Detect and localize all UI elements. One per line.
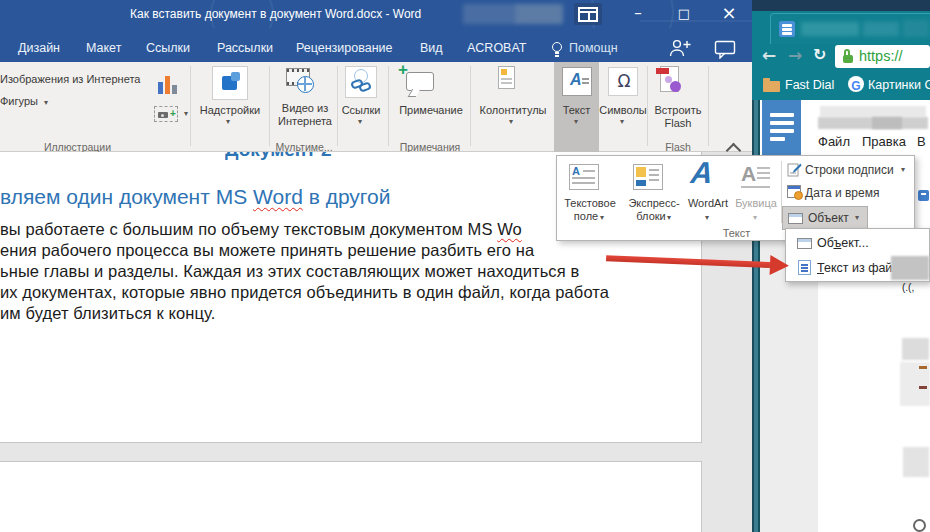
symbols-button[interactable]: Символы xyxy=(596,104,650,116)
ribbon-display-options-button[interactable] xyxy=(574,3,602,25)
images-from-web-button[interactable]: Изображения из Интернета xyxy=(0,73,140,85)
tab-favicon-icon xyxy=(779,21,795,37)
quick-parts-button[interactable]: Экспресс- xyxy=(621,197,687,209)
tab-view[interactable]: Вид xyxy=(420,41,443,55)
submenu-redacted xyxy=(891,256,929,280)
embed-flash-button-line2: Flash xyxy=(650,117,706,129)
text-box-button-line2: поле xyxy=(557,210,615,222)
page-fragment-box xyxy=(902,338,929,360)
forward-icon[interactable]: → xyxy=(788,45,802,65)
object-window-icon xyxy=(797,238,812,249)
page-fragment-circle xyxy=(913,519,926,532)
tab-title-redacted xyxy=(863,22,899,36)
tab-mailings[interactable]: Рассылки xyxy=(217,41,273,55)
online-video-icon[interactable] xyxy=(284,66,318,100)
tab-review[interactable]: Рецензирование xyxy=(296,41,393,55)
chevron-down-icon: ▾ xyxy=(855,214,859,222)
shapes-button[interactable]: Фигуры xyxy=(0,95,38,107)
chevron-down-icon: ▾ xyxy=(901,166,905,174)
padlock-icon xyxy=(843,49,853,64)
embed-flash-button[interactable]: Встроить xyxy=(650,104,706,116)
tab-acrobat[interactable]: ACROBAT xyxy=(467,41,527,55)
body-line-2: ения рабочего процесса вы можете принять… xyxy=(0,241,534,260)
body-line-1: вы работаете с большим по объему текстов… xyxy=(0,220,522,239)
browser-tab[interactable] xyxy=(770,13,930,44)
comment-button[interactable]: Примечание xyxy=(392,104,470,116)
chevron-down-icon: ▾ xyxy=(620,118,624,126)
addins-icon[interactable] xyxy=(212,66,248,100)
page-fragment-mark xyxy=(919,366,927,369)
date-time-icon xyxy=(787,185,801,198)
drop-cap-icon: A xyxy=(741,162,773,190)
misspelled-word: Wo xyxy=(497,220,522,238)
signature-pen-icon xyxy=(787,162,802,177)
date-time-item[interactable]: Дата и время xyxy=(783,182,913,204)
ribbon-display-options-icon xyxy=(578,7,598,22)
submenu-item-object[interactable]: Объект... xyxy=(786,232,930,255)
comment-icon[interactable]: + xyxy=(398,64,438,100)
share-person-icon[interactable] xyxy=(668,38,692,58)
chevron-down-icon: ▾ xyxy=(184,110,188,118)
text-box-icon: A xyxy=(569,164,599,190)
titlebar-redacted xyxy=(515,4,563,24)
embed-flash-icon[interactable] xyxy=(656,64,686,96)
text-box-button[interactable]: Текстовое xyxy=(557,197,623,209)
submenu-item-text-from-file[interactable]: Текст из файла... xyxy=(786,256,930,280)
signature-line-item[interactable]: Строки подписи ▾ xyxy=(783,159,913,181)
object-window-icon xyxy=(788,213,803,224)
quick-parts-icon xyxy=(633,164,663,190)
redacted-bar xyxy=(820,106,926,117)
chevron-down-icon: ▾ xyxy=(574,118,578,126)
online-video-button-line2: Интернета xyxy=(274,115,336,127)
bookmark-fast-dial[interactable]: Fast Dial xyxy=(785,78,834,92)
text-icon: A xyxy=(562,67,592,96)
tab-layout[interactable]: Макет xyxy=(86,41,121,55)
bookmark-kartinki[interactable]: Картинки G xyxy=(868,78,930,92)
text-file-icon xyxy=(798,260,811,275)
close-button[interactable]: × xyxy=(716,2,742,23)
header-footer-icon[interactable] xyxy=(498,66,518,92)
url-bar[interactable]: https:// xyxy=(835,45,930,68)
chevron-down-icon: ▾ xyxy=(358,118,362,126)
links-icon[interactable] xyxy=(345,66,377,98)
chart-icon[interactable] xyxy=(158,70,180,94)
maximize-button[interactable]: □ xyxy=(672,6,696,21)
minimize-button[interactable]: – xyxy=(626,4,650,22)
tab-title-redacted xyxy=(903,20,929,37)
browser-top-strip xyxy=(752,0,930,11)
chevron-down-icon: ▾ xyxy=(600,214,604,222)
header-footer-button[interactable]: Колонтитулы xyxy=(473,104,553,116)
back-icon[interactable]: ← xyxy=(762,45,776,65)
misspelled-word: Word xyxy=(253,185,303,208)
page-fragment-mark xyxy=(919,386,927,389)
tab-design[interactable]: Дизайн xyxy=(18,41,60,55)
text-button-selected[interactable]: A Текст ▾ xyxy=(554,62,599,152)
chevron-down-icon: ▾ xyxy=(667,214,671,222)
titlebar-redacted xyxy=(463,4,518,24)
lightbulb-icon xyxy=(551,42,563,58)
page-menu-file[interactable]: Файл xyxy=(818,134,850,149)
refresh-icon[interactable]: ↻ xyxy=(813,45,826,64)
links-button[interactable]: Ссылки xyxy=(338,104,384,116)
page-menu-edit[interactable]: Правка xyxy=(862,134,906,149)
text-button-label: Текст xyxy=(554,104,599,116)
body-line-5: им будет близиться к концу. xyxy=(0,304,215,323)
document-page-2[interactable] xyxy=(0,461,702,532)
comments-icon[interactable] xyxy=(714,40,737,59)
quick-parts-button-line2: блоки xyxy=(621,210,681,222)
addins-button[interactable]: Надстройки xyxy=(195,104,265,116)
window-title: Как вставить документ в документ Word.do… xyxy=(130,7,420,21)
tab-assistant[interactable]: Помощн xyxy=(569,41,618,55)
folder-icon xyxy=(763,81,780,92)
chevron-down-icon: ▾ xyxy=(226,118,230,126)
page-fragment-icon xyxy=(918,190,929,201)
article-heading: вляем один документ MS Word в другой xyxy=(0,185,390,209)
symbols-icon[interactable]: Ω xyxy=(608,67,638,96)
object-submenu: Объект... Текст из файла... xyxy=(785,228,930,282)
drop-cap-button[interactable]: Буквица xyxy=(729,197,783,209)
screenshot-icon[interactable]: + xyxy=(154,106,178,122)
wordart-icon: A xyxy=(689,156,714,190)
tab-references[interactable]: Ссылки xyxy=(146,41,190,55)
page-menu-view-cut[interactable]: В xyxy=(917,134,926,149)
online-video-button[interactable]: Видео из xyxy=(274,102,336,114)
